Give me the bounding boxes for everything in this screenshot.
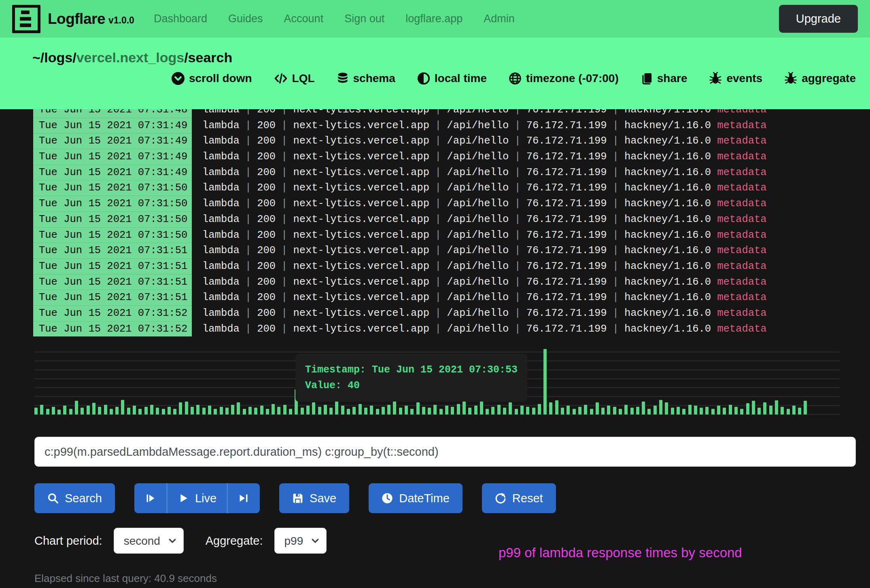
chart-bar[interactable] — [804, 401, 807, 415]
chart-bar[interactable] — [324, 405, 327, 415]
log-row[interactable]: Tue Jun 15 2021 07:31:49 lambda|200|next… — [0, 165, 870, 181]
chart-bar[interactable] — [422, 407, 425, 415]
chart-bar[interactable] — [133, 406, 136, 415]
log-list-viewport[interactable]: Tue Jun 15 2021 07:31:48 lambda|200|next… — [0, 109, 870, 336]
chart-bar[interactable] — [75, 401, 78, 415]
chart-bar[interactable] — [457, 404, 460, 415]
chart-bar[interactable] — [115, 407, 119, 415]
chart-bar[interactable] — [173, 409, 176, 415]
chart-bar[interactable] — [144, 407, 148, 415]
nav-link-admin[interactable]: Admin — [484, 13, 515, 25]
chart-bar[interactable] — [98, 407, 101, 415]
metadata-link[interactable]: metadata — [717, 260, 766, 272]
chart-bar[interactable] — [497, 405, 501, 415]
chart-bar[interactable] — [700, 408, 703, 415]
chart-bar[interactable] — [121, 400, 124, 415]
chart-bar[interactable] — [260, 406, 263, 415]
chart-bar[interactable] — [798, 408, 801, 415]
chart-bar[interactable] — [433, 405, 437, 415]
chart-bar[interactable] — [393, 400, 396, 415]
chart-bar[interactable] — [301, 408, 304, 415]
chart-bar[interactable] — [52, 407, 55, 415]
chart-bar[interactable] — [468, 408, 471, 415]
log-row[interactable]: Tue Jun 15 2021 07:31:51 lambda|200|next… — [0, 290, 870, 306]
metadata-link[interactable]: metadata — [717, 245, 766, 256]
chart-bar[interactable] — [127, 408, 130, 415]
chart-bar[interactable] — [191, 407, 194, 415]
chart-bar[interactable] — [220, 407, 223, 415]
search-button[interactable]: Search — [34, 483, 115, 513]
chart-bar[interactable] — [677, 407, 680, 415]
chart-bar[interactable] — [775, 400, 778, 415]
nav-link-dashboard[interactable]: Dashboard — [154, 13, 207, 25]
chart-bar[interactable] — [306, 406, 310, 415]
forwards-button[interactable] — [227, 483, 260, 513]
chart-bar[interactable] — [573, 409, 576, 415]
chart-period-select[interactable]: second — [114, 528, 184, 554]
chart-bar[interactable] — [659, 400, 662, 415]
reset-button[interactable]: Reset — [482, 483, 556, 513]
chart-bar[interactable] — [486, 409, 489, 415]
metadata-link[interactable]: metadata — [717, 120, 766, 131]
chart-bar[interactable] — [445, 406, 448, 415]
chart-bar[interactable] — [283, 405, 286, 415]
metadata-link[interactable]: metadata — [717, 167, 766, 178]
live-button[interactable]: Live — [167, 483, 227, 513]
chart-bar[interactable] — [57, 410, 61, 415]
chart-bar[interactable] — [763, 402, 766, 415]
chart-bar[interactable] — [705, 407, 709, 415]
log-row[interactable]: Tue Jun 15 2021 07:31:48 lambda|200|next… — [0, 109, 870, 118]
chart-bar[interactable] — [515, 409, 518, 415]
chart-bar[interactable] — [364, 408, 367, 415]
chart-bar[interactable] — [584, 405, 587, 415]
chart-bar[interactable] — [746, 403, 749, 415]
log-row[interactable]: Tue Jun 15 2021 07:31:49 lambda|200|next… — [0, 133, 870, 149]
log-row[interactable]: Tue Jun 15 2021 07:31:51 lambda|200|next… — [0, 275, 870, 290]
chart-bar[interactable] — [636, 407, 639, 415]
metadata-link[interactable]: metadata — [717, 151, 766, 163]
chart-bar[interactable] — [248, 407, 252, 415]
lql-query-input[interactable] — [34, 437, 856, 467]
chart-bar[interactable] — [439, 409, 443, 415]
log-row[interactable]: Tue Jun 15 2021 07:31:50 lambda|200|next… — [0, 212, 870, 228]
chart-bar[interactable] — [196, 405, 199, 415]
chart-bar[interactable] — [624, 405, 628, 415]
chart-bar[interactable] — [359, 404, 362, 415]
chart-bar[interactable] — [416, 402, 420, 415]
chart-bar[interactable] — [150, 405, 153, 415]
metadata-link[interactable]: metadata — [717, 307, 766, 319]
chart-bar[interactable] — [185, 402, 188, 415]
log-row[interactable]: Tue Jun 15 2021 07:31:49 lambda|200|next… — [0, 149, 870, 165]
chart-bar[interactable] — [289, 409, 292, 415]
chart-bar[interactable] — [711, 409, 715, 415]
chart-bar[interactable] — [538, 404, 541, 415]
nav-link-logflare-app[interactable]: logflare.app — [405, 13, 463, 25]
metadata-link[interactable]: metadata — [717, 182, 766, 194]
chart-bar[interactable] — [601, 408, 605, 415]
chart-bar[interactable] — [740, 409, 743, 415]
metadata-link[interactable]: metadata — [717, 198, 766, 209]
chart-bar[interactable] — [549, 402, 552, 415]
aggregate-control[interactable]: aggregate — [784, 72, 856, 85]
chart-bar[interactable] — [543, 349, 547, 415]
chart-bar[interactable] — [561, 408, 564, 415]
chart-bar[interactable] — [352, 407, 356, 415]
chart-bar[interactable] — [110, 409, 113, 415]
chart-bar[interactable] — [671, 408, 674, 415]
chart-bar[interactable] — [723, 408, 726, 415]
chart-bar[interactable] — [237, 402, 240, 415]
chart-bar[interactable] — [318, 407, 321, 415]
chart-bar[interactable] — [642, 402, 645, 415]
chart-bar[interactable] — [665, 402, 668, 415]
chart-bar[interactable] — [688, 405, 692, 415]
log-row[interactable]: Tue Jun 15 2021 07:31:52 lambda|200|next… — [0, 306, 870, 321]
chart-bar[interactable] — [382, 407, 385, 415]
chart-bar[interactable] — [405, 406, 408, 415]
chart-bar[interactable] — [277, 407, 280, 415]
chart-bar[interactable] — [590, 409, 593, 415]
chart-bar[interactable] — [272, 404, 275, 415]
breadcrumb-source-name[interactable]: vercel.next_logs — [76, 50, 184, 65]
chart-bar[interactable] — [410, 409, 414, 415]
chart-bar[interactable] — [168, 407, 171, 415]
log-row[interactable]: Tue Jun 15 2021 07:31:52 lambda|200|next… — [0, 321, 870, 336]
